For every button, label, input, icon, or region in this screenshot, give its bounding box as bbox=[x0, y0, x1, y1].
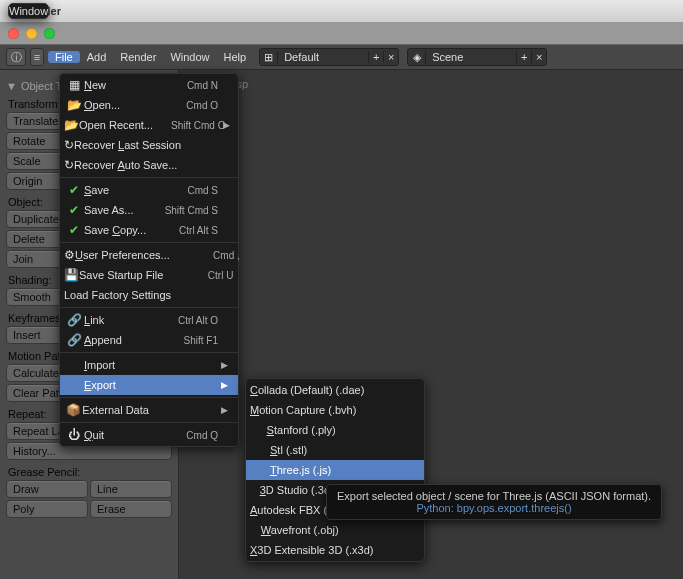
export-menu-item-4[interactable]: Three.js (.js) bbox=[246, 460, 424, 480]
file-menu-label-10: User Preferences... bbox=[75, 249, 188, 261]
export-menu-item-8[interactable]: X3D Extensible 3D (.x3d) bbox=[246, 540, 424, 560]
export-menu-label-2: Stanford (.ply) bbox=[267, 424, 354, 436]
file-menu-icon-4: ↻ bbox=[64, 158, 74, 172]
header-dropdown-icon[interactable]: ≡ bbox=[30, 48, 44, 66]
menu-window[interactable]: Window bbox=[163, 51, 216, 63]
file-menu-shortcut-1: Cmd O bbox=[166, 100, 218, 111]
file-menu-icon-15: 🔗 bbox=[64, 333, 84, 347]
file-menu-icon-20: 📦 bbox=[64, 403, 82, 417]
menu-file[interactable]: File bbox=[48, 51, 80, 63]
scene-selector[interactable]: ◈ Scene + × bbox=[407, 48, 547, 66]
export-submenu: Collada (Default) (.dae)Motion Capture (… bbox=[245, 378, 425, 562]
gp-draw-button[interactable]: Draw bbox=[6, 480, 88, 498]
window-chrome bbox=[0, 22, 683, 44]
minimize-window-icon[interactable] bbox=[26, 28, 37, 39]
export-menu-label-8: X3D Extensible 3D (.x3d) bbox=[250, 544, 392, 556]
file-menu-arrow-17: ▶ bbox=[218, 360, 228, 370]
file-menu-label-17: Import bbox=[84, 359, 166, 371]
file-menu-item-20[interactable]: 📦External Data▶ bbox=[60, 400, 238, 420]
export-menu-item-1[interactable]: Motion Capture (.bvh) bbox=[246, 400, 424, 420]
export-menu-item-3[interactable]: Stl (.stl) bbox=[246, 440, 424, 460]
layout-remove-icon[interactable]: × bbox=[383, 51, 398, 63]
file-menu-shortcut-7: Shift Cmd S bbox=[165, 205, 218, 216]
close-window-icon[interactable] bbox=[8, 28, 19, 39]
file-menu-item-1[interactable]: 📂Open...Cmd O bbox=[60, 95, 238, 115]
section-grease: Grease Pencil: bbox=[8, 466, 172, 478]
menu-help[interactable]: Help bbox=[217, 51, 254, 63]
file-menu-item-3[interactable]: ↻Recover Last Session bbox=[60, 135, 238, 155]
file-menu-arrow-20: ▶ bbox=[219, 405, 228, 415]
file-menu-item-4[interactable]: ↻Recover Auto Save... bbox=[60, 155, 238, 175]
mac-menu-window[interactable]: Window bbox=[8, 3, 49, 19]
export-menu-item-2[interactable]: Stanford (.ply) bbox=[246, 420, 424, 440]
export-menu-label-7: Wavefront (.obj) bbox=[261, 524, 357, 536]
file-menu-shortcut-10: Cmd , bbox=[188, 250, 240, 261]
file-menu-item-10[interactable]: ⚙User Preferences...Cmd , bbox=[60, 245, 238, 265]
file-menu-label-11: Save Startup File bbox=[79, 269, 181, 281]
file-menu-icon-0: ▦ bbox=[64, 78, 84, 92]
file-menu-item-8[interactable]: ✔Save Copy...Ctrl Alt S bbox=[60, 220, 238, 240]
file-menu-label-7: Save As... bbox=[84, 204, 165, 216]
file-menu-icon-1: 📂 bbox=[64, 98, 84, 112]
file-menu-label-2: Open Recent... bbox=[79, 119, 171, 131]
file-menu-item-2[interactable]: 📂Open Recent...Shift Cmd O▶ bbox=[60, 115, 238, 135]
file-menu-shortcut-2: Shift Cmd O bbox=[171, 120, 223, 131]
file-menu-label-18: Export bbox=[84, 379, 166, 391]
gp-poly-button[interactable]: Poly bbox=[6, 500, 88, 518]
menu-add[interactable]: Add bbox=[80, 51, 114, 63]
file-menu-label-8: Save Copy... bbox=[84, 224, 166, 236]
export-menu-item-7[interactable]: Wavefront (.obj) bbox=[246, 520, 424, 540]
layout-add-icon[interactable]: + bbox=[368, 51, 383, 63]
file-menu-shortcut-0: Cmd N bbox=[166, 80, 218, 91]
blender-header: ⓘ ≡ File Add Render Window Help ⊞ Defaul… bbox=[0, 44, 683, 70]
gp-erase-button[interactable]: Erase bbox=[90, 500, 172, 518]
file-menu-label-0: New bbox=[84, 79, 166, 91]
export-menu-label-1: Motion Capture (.bvh) bbox=[250, 404, 374, 416]
file-menu-icon-6: ✔ bbox=[64, 183, 84, 197]
file-menu-item-11[interactable]: 💾Save Startup FileCtrl U bbox=[60, 265, 238, 285]
file-menu-label-15: Append bbox=[84, 334, 166, 346]
scene-remove-icon[interactable]: × bbox=[531, 51, 546, 63]
export-menu-item-0[interactable]: Collada (Default) (.dae) bbox=[246, 380, 424, 400]
file-menu: ▦NewCmd N📂Open...Cmd O📂Open Recent...Shi… bbox=[59, 73, 239, 447]
file-menu-icon-2: 📂 bbox=[64, 118, 79, 132]
file-menu-icon-3: ↻ bbox=[64, 138, 74, 152]
gp-line-button[interactable]: Line bbox=[90, 480, 172, 498]
file-menu-icon-14: 🔗 bbox=[64, 313, 84, 327]
tooltip: Export selected object / scene for Three… bbox=[326, 484, 662, 520]
file-menu-label-3: Recover Last Session bbox=[74, 139, 199, 151]
info-editor-icon[interactable]: ⓘ bbox=[6, 48, 26, 66]
zoom-window-icon[interactable] bbox=[44, 28, 55, 39]
file-menu-icon-22: ⏻ bbox=[64, 428, 84, 442]
file-menu-item-12[interactable]: Load Factory Settings bbox=[60, 285, 238, 305]
file-menu-shortcut-15: Shift F1 bbox=[166, 335, 218, 346]
file-menu-item-6[interactable]: ✔SaveCmd S bbox=[60, 180, 238, 200]
layout-icon: ⊞ bbox=[260, 51, 278, 64]
file-menu-label-14: Link bbox=[84, 314, 166, 326]
file-menu-label-22: Quit bbox=[84, 429, 166, 441]
tooltip-python: Python: bpy.ops.export.threejs() bbox=[337, 502, 651, 514]
export-menu-label-4: Three.js (.js) bbox=[270, 464, 352, 476]
tooltip-text: Export selected object / scene for Three… bbox=[337, 490, 651, 502]
file-menu-icon-10: ⚙ bbox=[64, 248, 75, 262]
file-menu-item-18[interactable]: Export▶ bbox=[60, 375, 238, 395]
file-menu-shortcut-14: Ctrl Alt O bbox=[166, 315, 218, 326]
layout-selector[interactable]: ⊞ Default + × bbox=[259, 48, 399, 66]
file-menu-item-7[interactable]: ✔Save As...Shift Cmd S bbox=[60, 200, 238, 220]
file-menu-shortcut-6: Cmd S bbox=[166, 185, 218, 196]
file-menu-icon-8: ✔ bbox=[64, 223, 84, 237]
mac-menu-bar: Blender Window bbox=[0, 0, 683, 22]
file-menu-label-4: Recover Auto Save... bbox=[74, 159, 195, 171]
file-menu-arrow-2: ▶ bbox=[223, 120, 230, 130]
file-menu-item-22[interactable]: ⏻QuitCmd Q bbox=[60, 425, 238, 445]
file-menu-item-0[interactable]: ▦NewCmd N bbox=[60, 75, 238, 95]
file-menu-item-17[interactable]: Import▶ bbox=[60, 355, 238, 375]
file-menu-item-14[interactable]: 🔗LinkCtrl Alt O bbox=[60, 310, 238, 330]
menu-render[interactable]: Render bbox=[113, 51, 163, 63]
file-menu-item-15[interactable]: 🔗AppendShift F1 bbox=[60, 330, 238, 350]
file-menu-label-12: Load Factory Settings bbox=[64, 289, 189, 301]
file-menu-label-6: Save bbox=[84, 184, 166, 196]
scene-add-icon[interactable]: + bbox=[516, 51, 531, 63]
file-menu-shortcut-22: Cmd Q bbox=[166, 430, 218, 441]
file-menu-shortcut-11: Ctrl U bbox=[181, 270, 233, 281]
